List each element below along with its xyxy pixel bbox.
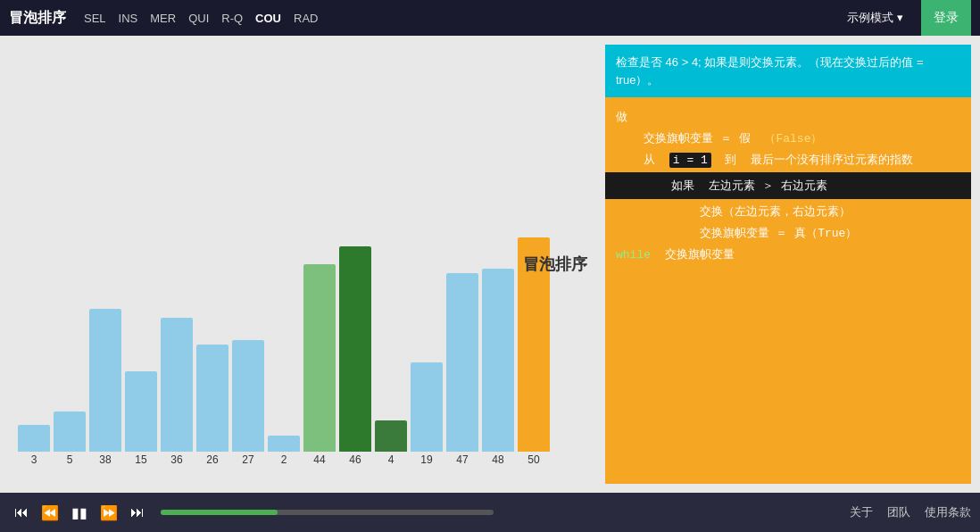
bar-value-label: 15 [135,453,146,466]
code-line-while: while 交换旗帜变量 [605,244,971,265]
bar-value-label: 26 [206,453,218,466]
chart-bar [196,345,228,452]
bar-chart: 35381536262724446419474850 [18,45,587,493]
chart-bar [18,425,50,452]
nav-rq[interactable]: R-Q [221,12,243,25]
bar-value-label: 27 [242,453,253,466]
pause-button[interactable]: ▮▮ [66,501,93,525]
bar-group: 3 [18,425,50,466]
nav-sel[interactable]: SEL [84,12,106,25]
nav-rad[interactable]: RAD [294,12,318,25]
bar-value-label: 46 [349,453,361,466]
bar-value-label: 5 [67,453,73,466]
chart-bar [303,264,336,452]
chart-bar [89,309,121,452]
chart-bar [54,411,86,452]
code-highlight: 检查是否 46 > 4; 如果是则交换元素。（现在交换过后的值 = true）。 [605,45,971,97]
chart-bar [232,340,264,452]
progress-fill [161,510,278,515]
chart-bar [161,318,193,452]
chart-bar [125,371,157,452]
chart-title: 冒泡排序 [523,254,587,275]
chart-bar [375,420,407,452]
bar-group: 5 [54,411,86,466]
bar-value-label: 44 [313,453,325,466]
app-title: 冒泡排序 [9,9,66,28]
code-line-swap: 交换（左边元素，右边元素） [605,201,971,222]
bar-value-label: 38 [99,453,111,466]
terms-link[interactable]: 使用条款 [925,504,971,520]
bar-group: 2 [268,436,300,466]
code-line-2: 从 i = 1 到 最后一个没有排序过元素的指数 [605,149,971,170]
bar-group: 15 [125,371,157,466]
team-link[interactable]: 团队 [887,504,910,520]
nav-ins[interactable]: INS [119,12,138,25]
bar-group: 4 [375,420,407,466]
bar-group: 47 [446,273,478,466]
bar-value-label: 36 [170,453,182,466]
chart-bar [411,362,443,452]
step-back-button[interactable]: ⏪ [36,501,64,525]
bar-value-label: 3 [31,453,37,466]
bar-group: 26 [196,345,228,466]
bar-group: 36 [161,318,193,466]
nav-cou[interactable]: COU [255,12,281,25]
code-line-flag-true: 交换旗帜变量 ＝ 真（True） [605,222,971,244]
skip-back-button[interactable]: ⏮ [9,501,34,524]
chart-area: 35381536262724446419474850 冒泡排序 [0,36,605,493]
code-body: 做 交换旗帜变量 ＝ 假 （False） 从 i = 1 到 最后一个没有排序过… [605,97,971,484]
example-mode-btn[interactable]: 示例模式 ▾ [847,10,903,26]
progress-bar[interactable] [161,510,494,515]
chart-bar [339,246,371,452]
bar-value-label: 47 [456,453,468,466]
step-forward-button[interactable]: ⏩ [95,501,123,525]
bar-group: 48 [482,269,514,466]
nav-qui[interactable]: QUI [188,12,209,25]
chart-bar [482,269,514,452]
bar-group: 19 [411,362,443,466]
bar-value-label: 2 [281,453,287,466]
code-box: 检查是否 46 > 4; 如果是则交换元素。（现在交换过后的值 = true）。… [605,45,971,484]
code-line-if: 如果 左边元素 ＞ 右边元素 [605,172,971,199]
footer: ⏮ ⏪ ▮▮ ⏩ ⏭ 关于 团队 使用条款 [0,493,980,532]
main-content: 35381536262724446419474850 冒泡排序 检查是否 46 … [0,36,980,493]
bar-group: 27 [232,340,264,466]
bar-group: 38 [89,309,121,466]
bar-value-label: 48 [492,453,503,466]
code-line-1: 交换旗帜变量 ＝ 假 （False） [605,128,971,149]
bar-value-label: 50 [527,453,539,466]
chart-bar [268,436,300,452]
bar-group: 46 [339,246,371,466]
skip-forward-button[interactable]: ⏭ [125,501,150,524]
bar-group: 44 [303,264,336,466]
code-line-do: 做 [605,106,971,128]
about-link[interactable]: 关于 [850,504,873,520]
login-button[interactable]: 登录 [921,0,971,36]
header: 冒泡排序 SEL INS MER QUI R-Q COU RAD 示例模式 ▾ … [0,0,980,36]
chart-bar [446,273,478,452]
bar-value-label: 19 [420,453,432,466]
bar-value-label: 4 [388,453,394,466]
code-panel: 检查是否 46 > 4; 如果是则交换元素。（现在交换过后的值 = true）。… [605,36,980,493]
nav-mer[interactable]: MER [150,12,176,25]
